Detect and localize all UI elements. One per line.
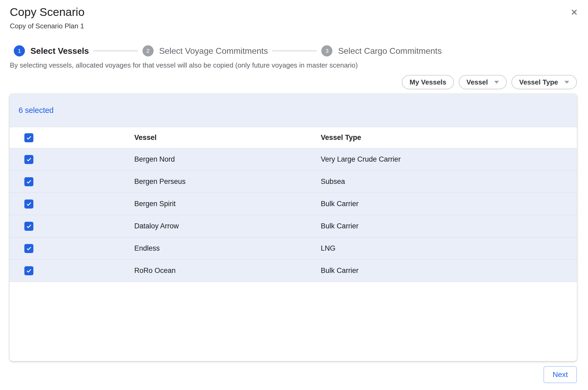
vessel-filter-chip[interactable]: Vessel: [459, 75, 507, 89]
step-2-label: Select Voyage Commitments: [159, 46, 268, 56]
row-checkbox[interactable]: [24, 200, 33, 209]
vessel-name: Bergen Nord: [134, 155, 321, 163]
checkmark-icon: [26, 245, 32, 252]
step-3-circle: 3: [321, 45, 332, 56]
copy-scenario-dialog: Copy Scenario Copy of Scenario Plan 1 1 …: [0, 0, 588, 390]
vessel-type: Bulk Carrier: [321, 200, 577, 208]
stepper-connector: [93, 51, 138, 51]
selected-count-text: 6 selected: [19, 106, 54, 115]
checkmark-icon: [26, 268, 32, 274]
vessel-type: Subsea: [321, 178, 577, 186]
vessel-filter-label: Vessel: [466, 78, 488, 86]
vessel-type: LNG: [321, 244, 577, 252]
stepper: 1 Select Vessels 2 Select Voyage Commitm…: [14, 45, 442, 57]
checkmark-icon: [26, 156, 32, 163]
stepper-step-select-cargo-commitments[interactable]: 3 Select Cargo Commitments: [321, 45, 442, 56]
stepper-step-select-vessels[interactable]: 1 Select Vessels: [14, 45, 89, 56]
page-title: Copy Scenario: [10, 5, 84, 19]
vessel-type: Very Large Crude Carrier: [321, 155, 577, 163]
checkmark-icon: [26, 135, 32, 141]
step-3-label: Select Cargo Commitments: [338, 46, 442, 56]
my-vessels-filter-label: My Vessels: [409, 78, 446, 86]
row-checkbox[interactable]: [24, 244, 33, 253]
vessel-name: Endless: [134, 244, 321, 252]
row-checkbox[interactable]: [24, 222, 33, 231]
selection-toolbar: 6 selected: [10, 94, 577, 127]
vessel-name: RoRo Ocean: [134, 267, 321, 275]
table-row[interactable]: Bergen Nord Very Large Crude Carrier: [10, 148, 577, 171]
table-row[interactable]: Dataloy Arrow Bulk Carrier: [10, 215, 577, 237]
column-header-vessel-type: Vessel Type: [321, 134, 577, 142]
stepper-step-select-voyage-commitments[interactable]: 2 Select Voyage Commitments: [142, 45, 268, 56]
filter-bar: My Vessels Vessel Vessel Type: [402, 75, 577, 89]
checkmark-icon: [26, 179, 32, 185]
table-row[interactable]: RoRo Ocean Bulk Carrier: [10, 260, 577, 282]
description-text: By selecting vessels, allocated voyages …: [10, 61, 358, 69]
step-2-circle: 2: [142, 45, 154, 56]
vessel-type-filter-chip[interactable]: Vessel Type: [511, 75, 577, 89]
my-vessels-filter-chip[interactable]: My Vessels: [402, 75, 454, 89]
checkmark-icon: [26, 201, 32, 207]
vessel-type: Bulk Carrier: [321, 222, 577, 230]
table-row[interactable]: Endless LNG: [10, 237, 577, 260]
step-1-label: Select Vessels: [30, 46, 89, 56]
step-1-circle: 1: [14, 45, 25, 56]
table-row[interactable]: Bergen Spirit Bulk Carrier: [10, 193, 577, 215]
select-all-checkbox[interactable]: [24, 133, 33, 142]
page-subtitle: Copy of Scenario Plan 1: [10, 22, 84, 30]
chevron-down-icon: [494, 81, 499, 84]
vessel-type: Bulk Carrier: [321, 267, 577, 275]
vessel-name: Bergen Perseus: [134, 178, 321, 186]
row-checkbox[interactable]: [24, 266, 33, 275]
vessel-name: Dataloy Arrow: [134, 222, 321, 230]
next-button[interactable]: Next: [544, 366, 577, 383]
vessel-type-filter-label: Vessel Type: [519, 78, 558, 86]
table-header-row: Vessel Vessel Type: [10, 127, 577, 148]
stepper-connector: [272, 51, 317, 51]
vessel-table-panel: 6 selected Vessel Vessel Type Bergen Nor…: [10, 94, 577, 361]
table-row[interactable]: Bergen Perseus Subsea: [10, 171, 577, 193]
row-checkbox[interactable]: [24, 155, 33, 164]
close-icon: [570, 8, 579, 17]
chevron-down-icon: [564, 81, 569, 84]
checkmark-icon: [26, 223, 32, 229]
close-button[interactable]: [567, 5, 581, 19]
row-checkbox[interactable]: [24, 177, 33, 186]
vessel-name: Bergen Spirit: [134, 200, 321, 208]
column-header-vessel: Vessel: [134, 134, 321, 142]
